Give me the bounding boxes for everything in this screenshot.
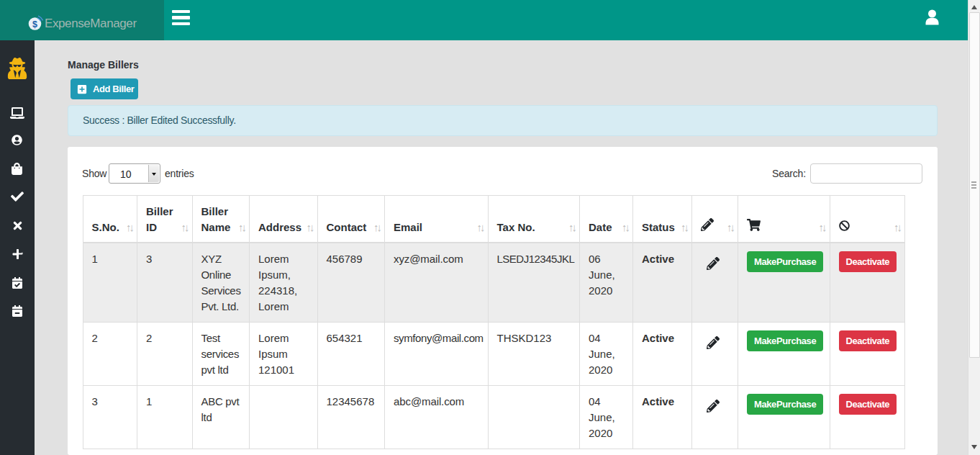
svg-text:$: $ (32, 19, 37, 30)
